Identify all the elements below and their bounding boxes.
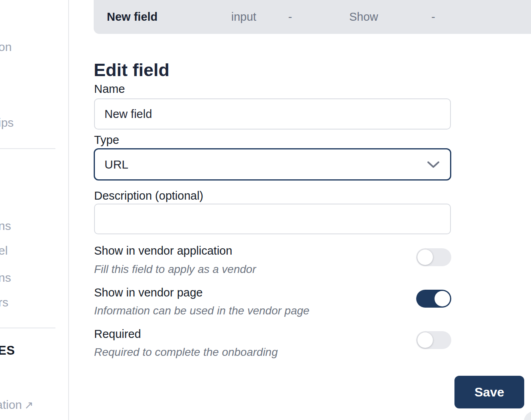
row-cell-dash: - — [431, 0, 435, 34]
type-select[interactable]: URL — [94, 148, 451, 181]
description-input[interactable] — [94, 204, 451, 234]
toggle-label-required: Required — [94, 328, 141, 341]
toggle-description-required: Required to complete the onboarding — [94, 346, 278, 359]
sidebar-item-truncated-3[interactable]: ns — [0, 219, 11, 233]
toggle-show-in-vendor-page[interactable] — [416, 290, 451, 308]
toggle-show-in-vendor-application[interactable] — [416, 248, 451, 266]
sidebar-divider-line — [0, 148, 55, 149]
sidebar-item-truncated-1[interactable]: on — [0, 40, 12, 54]
sidebar-footer-link-label: ation — [0, 398, 22, 411]
name-field-label: Name — [94, 82, 125, 96]
chevron-down-icon — [427, 161, 440, 169]
type-select-value: URL — [104, 158, 128, 171]
type-field-label: Type — [94, 133, 119, 147]
table-row-new-field[interactable]: New field input - Show - — [94, 0, 531, 34]
save-button[interactable]: Save — [454, 376, 524, 408]
sidebar-footer-link[interactable]: ation↗ — [0, 398, 33, 412]
toggle-knob — [435, 291, 450, 306]
row-cell-visibility: Show — [349, 0, 378, 34]
toggle-description-show-in-vendor-page: Information can be used in the vendor pa… — [94, 304, 309, 317]
toggle-knob — [417, 332, 433, 348]
sidebar-item-truncated-2[interactable]: ips — [0, 116, 14, 130]
row-cell-type: input — [231, 0, 256, 34]
sidebar-divider-line — [0, 328, 55, 328]
page-title: Edit field — [94, 60, 169, 80]
sidebar-item-truncated-5[interactable]: ns — [0, 271, 11, 285]
toggle-label-show-in-vendor-page: Show in vendor page — [94, 286, 203, 299]
sidebar-item-truncated-4[interactable]: el — [0, 244, 8, 257]
sidebar-item-truncated-6[interactable]: rs — [0, 296, 8, 309]
description-field-label: Description (optional) — [94, 189, 203, 202]
row-cell-dash: - — [288, 0, 292, 34]
external-link-arrow-icon: ↗ — [24, 399, 33, 411]
row-cell-name: New field — [107, 0, 157, 34]
chat-widget-bubble[interactable] — [524, 411, 531, 420]
settings-page: on ips ns el ns rs ES ation↗ New field i… — [0, 0, 531, 420]
sidebar-section-header: ES — [0, 343, 15, 358]
sidebar-main-divider — [68, 0, 69, 420]
toggle-required[interactable] — [416, 331, 451, 349]
toggle-knob — [417, 249, 433, 265]
toggle-description-show-in-vendor-application: Fill this field to apply as a vendor — [94, 263, 256, 276]
name-input[interactable] — [94, 98, 451, 130]
toggle-label-show-in-vendor-application: Show in vendor application — [94, 244, 232, 257]
